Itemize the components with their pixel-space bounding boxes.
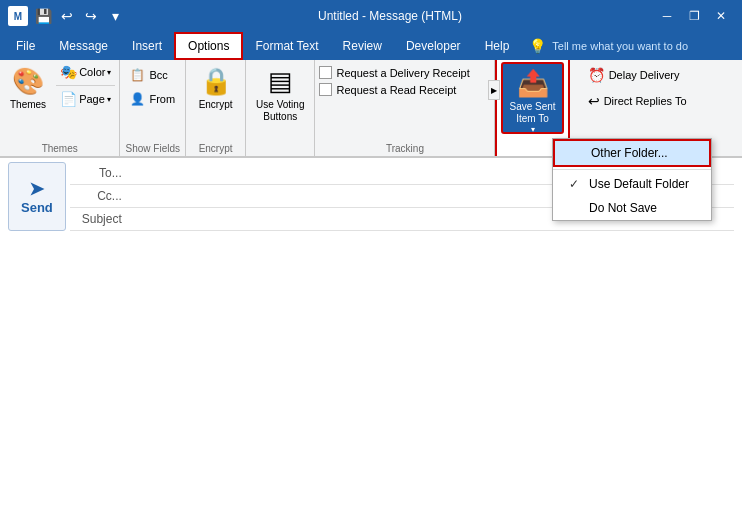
ribbon: 🎨 Themes 🎭 Color ▾ 📄 Page ▾ Themes <box>0 60 742 158</box>
tell-me-section[interactable]: 💡 Tell me what you want to do <box>529 32 688 60</box>
restore-button[interactable]: ❐ <box>681 3 707 29</box>
themes-button[interactable]: 🎨 Themes <box>4 62 52 134</box>
dropdown-separator <box>553 169 711 170</box>
menu-format-text[interactable]: Format Text <box>243 32 330 60</box>
compose-body[interactable] <box>0 231 742 431</box>
bcc-button[interactable]: 📋 Bcc <box>124 64 181 86</box>
themes-label: Themes <box>10 99 46 111</box>
window-controls: ─ ❐ ✕ <box>654 3 734 29</box>
use-default-folder-item[interactable]: ✓ Use Default Folder <box>553 172 711 196</box>
replies-icon: ↩ <box>588 93 600 109</box>
menu-developer[interactable]: Developer <box>394 32 473 60</box>
from-icon: 👤 <box>130 92 145 106</box>
voting-button[interactable]: ▤ Use Voting Buttons <box>250 62 310 134</box>
color-page-group: 🎭 Color ▾ 📄 Page ▾ <box>56 62 115 109</box>
menu-message[interactable]: Message <box>47 32 120 60</box>
save-sent-icon: 📤 <box>517 68 549 99</box>
color-label: Color <box>79 66 105 78</box>
quick-access-toolbar: 💾 ↩ ↪ ▾ <box>32 5 126 27</box>
show-fields-group: 📋 Bcc 👤 From Show Fields <box>120 60 186 156</box>
use-default-check: ✓ <box>569 177 583 191</box>
minimize-button[interactable]: ─ <box>654 3 680 29</box>
tracking-group: Request a Delivery Receipt Request a Rea… <box>315 60 495 156</box>
replies-label: Direct Replies To <box>604 95 687 107</box>
color-icon: 🎭 <box>60 64 77 80</box>
encrypt-label: Encrypt <box>199 99 233 111</box>
read-receipt-label: Request a Read Receipt <box>336 84 456 96</box>
send-button[interactable]: ➤ Send <box>8 162 66 231</box>
voting-icon: ▤ <box>268 66 293 97</box>
page-icon: 📄 <box>60 91 77 107</box>
menu-review[interactable]: Review <box>331 32 394 60</box>
encrypt-group-label: Encrypt <box>186 143 245 154</box>
tell-me-label[interactable]: Tell me what you want to do <box>552 40 688 52</box>
bulb-icon: 💡 <box>529 38 546 54</box>
use-default-label: Use Default Folder <box>589 177 689 191</box>
save-sent-chevron: ▾ <box>531 125 535 134</box>
send-arrow-icon: ➤ <box>29 178 44 200</box>
from-button[interactable]: 👤 From <box>124 88 181 110</box>
close-button[interactable]: ✕ <box>708 3 734 29</box>
app-icon: M <box>8 6 28 26</box>
themes-icon: 🎨 <box>12 66 44 97</box>
encrypt-icon: 🔒 <box>200 66 232 97</box>
themes-group-label: Themes <box>0 143 119 154</box>
other-folder-label: Other Folder... <box>591 146 668 160</box>
color-chevron: ▾ <box>107 68 111 77</box>
voting-group: ▤ Use Voting Buttons <box>246 60 315 156</box>
redo-qat-button[interactable]: ↪ <box>80 5 102 27</box>
save-sent-label: Save Sent Item To <box>509 101 555 125</box>
delay-icon: ⏰ <box>588 67 605 83</box>
color-button[interactable]: 🎭 Color ▾ <box>56 62 115 82</box>
do-not-save-label: Do Not Save <box>589 201 657 215</box>
menu-file[interactable]: File <box>4 32 47 60</box>
page-label: Page <box>79 93 105 105</box>
to-button[interactable]: To... <box>70 166 130 180</box>
themes-group: 🎨 Themes 🎭 Color ▾ 📄 Page ▾ Themes <box>0 60 120 156</box>
save-sent-button[interactable]: 📤 Save Sent Item To ▾ <box>501 62 563 134</box>
encrypt-group: 🔒 Encrypt Encrypt <box>186 60 246 156</box>
read-receipt-row[interactable]: Request a Read Receipt <box>319 83 469 96</box>
more-buttons: ⏰ Delay Delivery ↩ Direct Replies To <box>574 62 701 128</box>
bcc-label: Bcc <box>149 69 167 81</box>
delivery-receipt-checkbox[interactable] <box>319 66 332 79</box>
send-label: Send <box>21 200 53 215</box>
tracking-label: Tracking <box>315 143 494 154</box>
show-fields-label: Show Fields <box>120 143 185 154</box>
direct-replies-button[interactable]: ↩ Direct Replies To <box>582 90 693 112</box>
delivery-receipt-row[interactable]: Request a Delivery Receipt <box>319 66 469 79</box>
menu-help[interactable]: Help <box>473 32 522 60</box>
more-qat-button[interactable]: ▾ <box>104 5 126 27</box>
title-bar: M 💾 ↩ ↪ ▾ Untitled - Message (HTML) ─ ❐ … <box>0 0 742 32</box>
from-label: From <box>149 93 175 105</box>
tracking-checks: Request a Delivery Receipt Request a Rea… <box>319 66 469 96</box>
show-fields-buttons: 📋 Bcc 👤 From <box>124 64 181 110</box>
page-button[interactable]: 📄 Page ▾ <box>56 89 115 109</box>
delay-label: Delay Delivery <box>609 69 680 81</box>
save-sent-dropdown: Other Folder... ✓ Use Default Folder Do … <box>552 138 712 221</box>
do-not-save-item[interactable]: Do Not Save <box>553 196 711 220</box>
save-qat-button[interactable]: 💾 <box>32 5 54 27</box>
encrypt-button[interactable]: 🔒 Encrypt <box>193 62 239 134</box>
bcc-icon: 📋 <box>130 68 145 82</box>
delivery-receipt-label: Request a Delivery Receipt <box>336 67 469 79</box>
tracking-expand-button[interactable]: ▶ <box>488 80 500 100</box>
window-title: Untitled - Message (HTML) <box>126 9 654 23</box>
cc-button[interactable]: Cc... <box>70 189 130 203</box>
voting-label: Use Voting Buttons <box>256 99 304 123</box>
read-receipt-checkbox[interactable] <box>319 83 332 96</box>
subject-label: Subject <box>70 212 130 226</box>
title-bar-left: M 💾 ↩ ↪ ▾ <box>8 5 126 27</box>
menu-insert[interactable]: Insert <box>120 32 174 60</box>
undo-qat-button[interactable]: ↩ <box>56 5 78 27</box>
page-chevron: ▾ <box>107 95 111 104</box>
other-folder-item[interactable]: Other Folder... <box>553 139 711 167</box>
delay-delivery-button[interactable]: ⏰ Delay Delivery <box>582 64 693 86</box>
menu-options[interactable]: Options <box>174 32 243 60</box>
menu-bar: File Message Insert Options Format Text … <box>0 32 742 60</box>
